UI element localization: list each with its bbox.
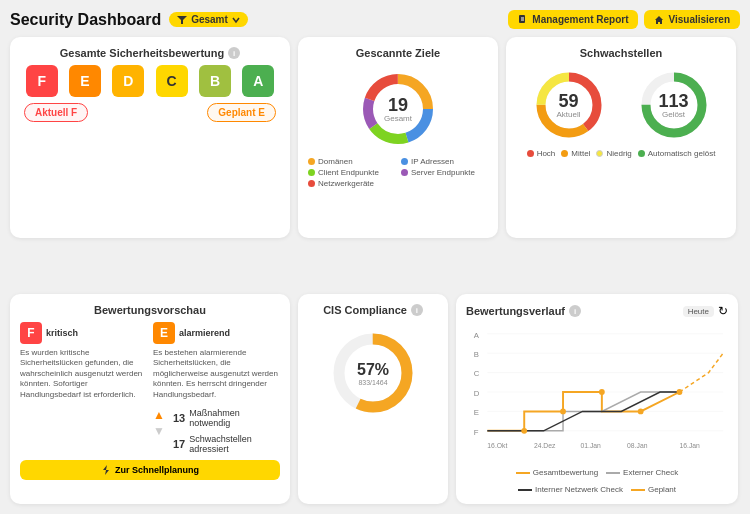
scan-donut-container: 19 Gesamt Domänen IP Adressen — [308, 65, 488, 188]
legend-dot-niedrig — [596, 150, 603, 157]
legend-line-interner — [518, 489, 532, 491]
legend-dot-server — [401, 169, 408, 176]
verlauf-chart-svg: A B C D E F 16.Okt — [466, 322, 728, 462]
chevron-down-icon — [232, 16, 240, 24]
legend-dot-ip — [401, 158, 408, 165]
card-verlauf: Bewertungsverlauf i Heute ↻ A B C D — [456, 294, 738, 504]
grade-B: B — [199, 65, 231, 97]
stat-massnahmen: 13 Maßnahmen notwendig — [173, 408, 280, 428]
card-scan: Gescannte Ziele — [298, 37, 498, 238]
verlauf-info-icon[interactable]: i — [569, 305, 581, 317]
data-point — [677, 389, 683, 395]
legend-niedrig: Niedrig — [596, 149, 631, 158]
legend-auto: Automatisch gelöst — [638, 149, 716, 158]
cis-donut: 57% 833/1464 — [328, 328, 418, 418]
refresh-button[interactable]: ↻ — [718, 304, 728, 318]
svg-text:D: D — [474, 389, 480, 398]
rating-grades: F E D C B A — [20, 65, 280, 97]
svg-rect-1 — [519, 15, 525, 23]
house-icon — [654, 15, 664, 25]
visualisieren-button[interactable]: Visualisieren — [644, 10, 740, 29]
grade-F: F — [26, 65, 58, 97]
grade-C: C — [156, 65, 188, 97]
legend-server: Server Endpunkte — [401, 168, 488, 177]
header: Security Dashboard Gesamt Management Rep… — [10, 10, 740, 29]
lightning-icon — [101, 465, 111, 475]
grade-A: A — [242, 65, 274, 97]
preview-title: Bewertungsvorschau — [20, 304, 280, 316]
right-col: CIS Compliance i 57% 833/1464 — [298, 294, 738, 504]
cis-info-icon[interactable]: i — [411, 304, 423, 316]
svg-text:16.Okt: 16.Okt — [487, 442, 507, 449]
preview-col-left: F kritisch Es wurden kritische Sicherhei… — [20, 322, 147, 454]
scan-donut-label: 19 Gesamt — [384, 96, 412, 123]
grade-badge-E: E — [153, 322, 175, 344]
svg-text:A: A — [474, 331, 480, 340]
svg-text:01.Jan: 01.Jan — [581, 442, 602, 449]
svg-text:16.Jan: 16.Jan — [679, 442, 700, 449]
legend-interner: Interner Netzwerk Check — [518, 485, 623, 494]
filter-icon — [177, 15, 187, 25]
legend-domaenen: Domänen — [308, 157, 395, 166]
report-icon — [518, 15, 528, 25]
legend-dot-auto — [638, 150, 645, 157]
header-left: Security Dashboard Gesamt — [10, 11, 248, 29]
svg-text:C: C — [474, 369, 480, 378]
card-vuln: Schwachstellen — [506, 37, 736, 238]
vuln-aktuell: 59 Aktuell — [529, 65, 609, 145]
svg-text:08.Jan: 08.Jan — [627, 442, 648, 449]
svg-text:E: E — [474, 408, 479, 417]
svg-text:24.Dez: 24.Dez — [534, 442, 556, 449]
legend-line-gesamtbewertung — [516, 472, 530, 474]
legend-dot-client — [308, 169, 315, 176]
preview-badge-E: E alarmierend — [153, 322, 280, 344]
data-point — [638, 408, 644, 414]
svg-marker-4 — [655, 16, 663, 24]
legend-line-externer — [606, 472, 620, 474]
card-rating: Gesamte Sicherheitsbewertung i F E D C B… — [10, 37, 290, 238]
aktuell-badge: Aktuell F — [24, 103, 88, 122]
legend-client: Client Endpunkte — [308, 168, 395, 177]
legend-gesamtbewertung: Gesamtbewertung — [516, 468, 598, 477]
main-grid: Gesamte Sicherheitsbewertung i F E D C B… — [10, 37, 740, 286]
vuln-title: Schwachstellen — [516, 47, 726, 59]
card-cis: CIS Compliance i 57% 833/1464 — [298, 294, 448, 504]
preview-col-right: E alarmierend Es bestehen alarmierende S… — [153, 322, 280, 454]
grade-D: D — [112, 65, 144, 97]
legend-mittel: Mittel — [561, 149, 590, 158]
schnellplanung-button[interactable]: Zur Schnellplanung — [20, 460, 280, 480]
page-title: Security Dashboard — [10, 11, 161, 29]
verlauf-header: Bewertungsverlauf i Heute ↻ — [466, 304, 728, 318]
legend-geplant: Geplant — [631, 485, 676, 494]
vuln-donuts: 59 Aktuell 113 — [516, 65, 726, 145]
legend-dot-mittel — [561, 150, 568, 157]
rating-title: Gesamte Sicherheitsbewertung i — [20, 47, 280, 59]
scan-donut: 19 Gesamt — [358, 69, 438, 149]
data-point — [560, 408, 566, 414]
scan-title: Gescannte Ziele — [308, 47, 488, 59]
arrow-up-icon: ▲ — [153, 408, 165, 422]
header-right: Management Report Visualisieren — [508, 10, 740, 29]
legend-ip: IP Adressen — [401, 157, 488, 166]
svg-marker-17 — [103, 465, 109, 475]
verlauf-title: Bewertungsverlauf i — [466, 305, 581, 317]
legend-dot-hoch — [527, 150, 534, 157]
legend-hoch: Hoch — [527, 149, 556, 158]
scan-legend: Domänen IP Adressen Client Endpunkte Ser… — [308, 157, 488, 188]
geplant-badge: Geplant E — [207, 103, 276, 122]
data-point — [521, 428, 527, 434]
svg-marker-0 — [177, 16, 187, 24]
preview-badge-F: F kritisch — [20, 322, 147, 344]
rating-info-icon[interactable]: i — [228, 47, 240, 59]
bottom-row: Bewertungsvorschau F kritisch Es wurden … — [10, 294, 740, 504]
legend-network: Netzwerkgeräte — [308, 179, 395, 188]
arrow-down-icon: ▼ — [153, 424, 165, 438]
rating-badges: Aktuell F Geplant E — [20, 103, 280, 122]
management-report-button[interactable]: Management Report — [508, 10, 638, 29]
svg-text:F: F — [474, 428, 479, 437]
legend-line-geplant — [631, 489, 645, 491]
vuln-legend: Hoch Mittel Niedrig Automatisch gelöst — [516, 149, 726, 158]
svg-text:B: B — [474, 350, 479, 359]
vuln-geloest: 113 Gelöst — [634, 65, 714, 145]
filter-dropdown[interactable]: Gesamt — [169, 12, 248, 27]
